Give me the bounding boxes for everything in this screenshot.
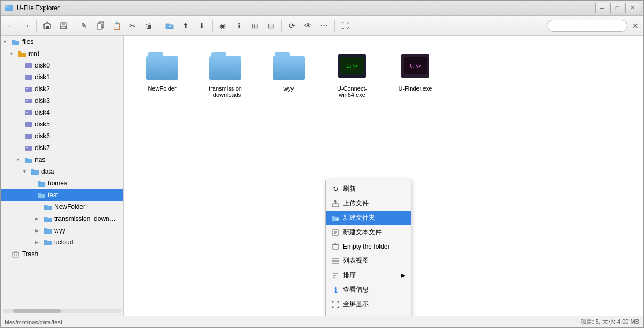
ctx-new-folder[interactable]: + 新建文件夹 <box>326 211 411 225</box>
file-label-newfolder: NewFolder <box>148 85 176 92</box>
sidebar-item-transmission[interactable]: ▶ transmission_down… <box>1 213 123 225</box>
ctx-preferences[interactable]: ⚙ Preferences <box>326 311 411 316</box>
sidebar-item-files[interactable]: ▼ files <box>1 36 123 48</box>
sidebar-scroll[interactable]: ▼ files ▼ mnt disk0 <box>1 36 123 305</box>
svg-text:+: + <box>169 24 171 29</box>
ctx-upload[interactable]: 上传文件 <box>326 196 411 211</box>
close-button[interactable]: ✕ <box>625 3 639 13</box>
sidebar-item-homes[interactable]: homes <box>1 177 123 189</box>
ctx-empty-folder[interactable]: Empty the folder <box>326 240 411 254</box>
sidebar-item-disk4[interactable]: disk4 <box>1 107 123 118</box>
preview-button[interactable]: 👁 <box>301 18 316 33</box>
download-button[interactable]: ⬇ <box>194 18 209 33</box>
paste-button[interactable]: 📋 <box>109 18 124 33</box>
content-area[interactable]: NewFolder transmission _downloads <box>124 36 643 316</box>
folder-icon-ucloud <box>43 238 52 246</box>
svg-rect-19 <box>26 112 28 113</box>
fullscreen-button[interactable]: ⛶ <box>338 18 353 33</box>
search-close-button[interactable]: ✕ <box>630 20 641 32</box>
ctx-empty-folder-label: Empty the folder <box>343 243 390 250</box>
svg-rect-24 <box>25 146 32 151</box>
sidebar-hscroll[interactable] <box>3 309 121 313</box>
sidebar-item-nas[interactable]: ▼ nas <box>1 154 123 166</box>
maximize-button[interactable]: □ <box>610 3 624 13</box>
sidebar-label-disk6: disk6 <box>35 132 50 140</box>
toolbar-separator-1 <box>36 20 37 32</box>
sidebar-item-disk2[interactable]: disk2 <box>1 83 123 95</box>
sidebar-item-disk7[interactable]: disk7 <box>1 142 123 154</box>
sidebar-item-disk1[interactable]: disk1 <box>1 71 123 83</box>
sidebar-item-disk3[interactable]: disk3 <box>1 95 123 107</box>
sidebar-item-disk5[interactable]: disk5 <box>1 118 123 130</box>
home-button[interactable] <box>40 18 55 33</box>
info-button[interactable]: ℹ <box>231 18 246 33</box>
sidebar-scrollbar-bottom <box>1 305 123 316</box>
svg-rect-22 <box>25 134 32 139</box>
sidebar-label-disk2: disk2 <box>35 85 50 93</box>
list-view-ctx-icon <box>331 257 340 265</box>
toolbar-separator-3 <box>159 20 159 32</box>
sidebar-item-wyy[interactable]: ▶ wyy <box>1 225 123 236</box>
new-folder-ctx-icon: + <box>331 214 340 222</box>
exe-icon-ufinder: C:\> <box>398 49 433 83</box>
ctx-new-text[interactable]: 新建文本文件 <box>326 225 411 240</box>
delete-button[interactable]: 🗑 <box>141 18 156 33</box>
sidebar-item-trash[interactable]: Trash <box>1 248 123 260</box>
sidebar-label-newfolder: NewFolder <box>54 203 85 211</box>
file-item-wyy[interactable]: wyy <box>259 44 318 102</box>
svg-rect-13 <box>26 77 28 77</box>
list-view-button[interactable]: ⊟ <box>264 18 279 33</box>
minimize-button[interactable]: ─ <box>595 3 609 13</box>
arrow-data: ▼ <box>22 169 28 174</box>
toolbar-separator-6 <box>334 20 335 32</box>
new-folder-tb-button[interactable]: + <box>162 18 177 33</box>
file-item-uconnect[interactable]: C:\> U-Connect-win64.exe <box>323 44 382 102</box>
sidebar-label-ucloud: ucloud <box>54 238 73 246</box>
grid-view-button[interactable]: ⊞ <box>247 18 262 33</box>
sidebar-label-disk4: disk4 <box>35 109 50 116</box>
ctx-refresh[interactable]: ↻ 刷新 <box>326 182 411 196</box>
cut-button[interactable]: ✂ <box>125 18 140 33</box>
svg-rect-5 <box>62 23 65 25</box>
copy-button[interactable] <box>93 18 108 33</box>
status-info: 项目: 5, 大小: 4.00 MB <box>581 318 639 326</box>
save-button[interactable] <box>56 18 71 33</box>
sidebar-label-data: data <box>41 168 54 175</box>
file-item-ufinder[interactable]: C:\> U-Finder.exe <box>386 44 445 102</box>
ctx-list-view[interactable]: 列表视图 <box>326 254 411 268</box>
search-input[interactable] <box>547 20 627 32</box>
file-item-transmission[interactable]: transmission _downloads <box>196 44 255 102</box>
sidebar-label-files: files <box>22 38 33 46</box>
folder-icon-transmission-main <box>208 49 243 83</box>
sidebar-item-disk6[interactable]: disk6 <box>1 130 123 142</box>
info-ctx-icon: ℹ <box>331 286 340 294</box>
upload-button[interactable]: ⬆ <box>178 18 193 33</box>
ctx-view-info[interactable]: ℹ 查看信息 <box>326 282 411 297</box>
forward-button[interactable]: → <box>19 18 34 33</box>
folder-icon-data <box>31 168 39 175</box>
ctx-view-info-label: 查看信息 <box>343 285 369 294</box>
sidebar-item-data[interactable]: ▼ data <box>1 166 123 177</box>
view-toggle-button[interactable]: ◉ <box>215 18 230 33</box>
sidebar-item-newfolder[interactable]: NewFolder <box>1 201 123 213</box>
sidebar-item-mnt[interactable]: ▼ mnt <box>1 48 123 59</box>
folder-icon-nas <box>24 156 33 163</box>
upload-ctx-icon <box>331 199 340 208</box>
svg-rect-15 <box>26 88 28 89</box>
status-path: files/mnt/nas/data/test <box>5 319 62 325</box>
edit-button[interactable]: ✎ <box>77 18 92 33</box>
sidebar-item-ucloud[interactable]: ▶ ucloud <box>1 236 123 248</box>
ctx-fullscreen[interactable]: 全屏显示 <box>326 297 411 311</box>
svg-rect-25 <box>26 147 28 148</box>
file-item-newfolder[interactable]: NewFolder <box>133 44 192 102</box>
refresh-button[interactable]: ⟳ <box>284 18 299 33</box>
back-button[interactable]: ← <box>3 18 18 33</box>
window-title: U-File Explorer <box>17 4 60 12</box>
svg-text:+: + <box>336 218 339 221</box>
sidebar-item-disk0[interactable]: disk0 <box>1 59 123 71</box>
sidebar-item-test[interactable]: test <box>1 189 123 201</box>
ctx-sort[interactable]: 排序 ▶ <box>326 268 411 282</box>
more-button[interactable]: ⋯ <box>317 18 332 33</box>
ctx-list-view-label: 列表视图 <box>343 256 369 265</box>
folder-icon-wyy-main <box>272 49 306 83</box>
